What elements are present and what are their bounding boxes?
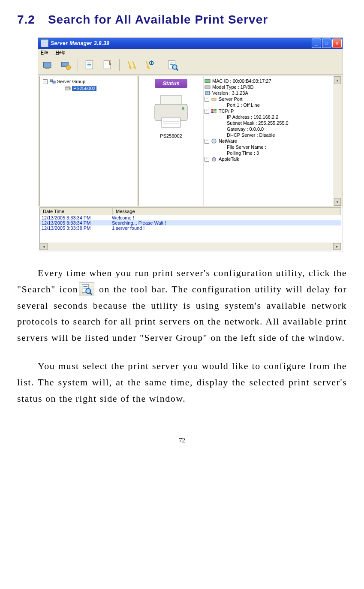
- toolbar-btn-2[interactable]: [59, 58, 73, 72]
- svg-rect-21: [205, 86, 210, 88]
- log-row[interactable]: 12/13/2005 3:33:34 PM Searching... Pleas…: [40, 220, 341, 225]
- svg-rect-28: [214, 111, 217, 113]
- svg-line-32: [90, 292, 92, 294]
- log-pane: Date Time Message 12/13/2005 3:33:34 PM …: [39, 207, 341, 250]
- svg-point-15: [69, 88, 70, 89]
- log-row[interactable]: 12/13/2005 3:33:38 PM 1 server found !: [40, 225, 341, 231]
- toolbar-separator: [119, 59, 120, 71]
- info-mac: MAC ID : 00:00:B4:03:17:27: [212, 78, 271, 84]
- tree-group-label[interactable]: Server Group: [57, 79, 85, 84]
- toolbar-separator: [78, 59, 78, 71]
- scroll-down-icon[interactable]: ▼: [334, 198, 341, 206]
- svg-rect-14: [66, 86, 69, 87]
- scroll-up-icon[interactable]: ▲: [334, 76, 341, 84]
- server-tree: − Server Group PS256002: [39, 76, 137, 206]
- toolbar-btn-1[interactable]: [41, 58, 55, 72]
- info-model: Model Type : 1P/8D: [212, 84, 253, 90]
- status-device-name: PS256002: [139, 133, 203, 138]
- status-pane: Status PS256002 MAC ID : 00:00:B4:03:17:…: [138, 76, 341, 206]
- log-col-datetime[interactable]: Date Time: [40, 208, 113, 215]
- toolbar: [38, 56, 343, 75]
- status-tab: Status: [155, 79, 187, 88]
- collapse-icon[interactable]: −: [205, 109, 209, 114]
- menubar: File Help: [38, 49, 343, 56]
- menu-file[interactable]: File: [41, 50, 48, 55]
- toolbar-separator: [161, 59, 161, 71]
- port-icon: [211, 96, 217, 102]
- info-dhcp: DHCP Server : Disable: [227, 132, 275, 138]
- svg-rect-16: [160, 96, 182, 104]
- svg-text:1.0: 1.0: [206, 92, 211, 95]
- svg-rect-11: [50, 80, 53, 82]
- tree-collapse-icon[interactable]: −: [43, 79, 48, 84]
- section-number: 7.2: [17, 13, 35, 27]
- svg-point-29: [212, 139, 216, 143]
- close-button[interactable]: ×: [332, 39, 342, 48]
- printer-icon: [150, 92, 193, 131]
- maximize-button[interactable]: □: [322, 39, 331, 48]
- collapse-icon[interactable]: −: [205, 139, 209, 144]
- toolbar-btn-4[interactable]: [100, 58, 115, 72]
- status-info-tree: MAC ID : 00:00:B4:03:17:27 Model Type : …: [203, 76, 334, 206]
- section-heading: 7.2Search for All Available Print Server: [17, 13, 347, 27]
- titlebar: Server Manager 3.8.39 _ □ ×: [38, 38, 343, 49]
- vertical-scrollbar[interactable]: ▲ ▼: [334, 76, 341, 206]
- svg-rect-18: [162, 118, 180, 127]
- info-polling: Polling Time : 3: [227, 150, 259, 156]
- svg-line-10: [176, 69, 178, 70]
- svg-rect-1: [45, 67, 50, 69]
- svg-rect-4: [86, 61, 93, 69]
- svg-rect-24: [212, 98, 216, 100]
- info-fileserver: File Server Name :: [227, 144, 266, 150]
- mac-icon: [205, 78, 211, 84]
- version-icon: 1.0: [205, 90, 211, 96]
- info-appletalk: AppleTalk: [219, 156, 239, 162]
- info-server-port: Server Port: [219, 96, 243, 102]
- print-server-icon: [65, 85, 71, 91]
- svg-point-19: [182, 107, 184, 110]
- info-ip: IP Address : 192.168.2.2: [227, 114, 278, 120]
- log-col-message[interactable]: Message: [113, 208, 341, 215]
- window-title: Server Manager 3.8.39: [51, 40, 312, 46]
- horizontal-scrollbar[interactable]: ◄ ►: [40, 243, 341, 250]
- info-gateway: Gateway : 0.0.0.0: [227, 126, 264, 132]
- info-netware: NetWare: [219, 138, 237, 144]
- collapse-icon[interactable]: −: [205, 157, 209, 162]
- app-icon: [41, 39, 48, 47]
- toolbar-btn-3[interactable]: [82, 58, 97, 72]
- info-port1: Port 1 : Off Line: [227, 102, 260, 108]
- svg-rect-0: [44, 62, 51, 67]
- scroll-right-icon[interactable]: ►: [333, 243, 341, 250]
- tcpip-icon: [211, 108, 217, 114]
- model-icon: [205, 84, 211, 90]
- info-version: Version : 3.1.23A: [212, 90, 248, 96]
- scroll-left-icon[interactable]: ◄: [40, 243, 48, 250]
- tree-selected-server[interactable]: PS256002: [72, 86, 96, 91]
- server-manager-window: Server Manager 3.8.39 _ □ × File Help: [38, 37, 343, 252]
- svg-rect-12: [53, 81, 55, 83]
- body-paragraph-1: Every time when you run print server's c…: [17, 265, 347, 346]
- collapse-icon[interactable]: −: [205, 97, 209, 102]
- body-paragraph-2: You must select the print server you wou…: [17, 358, 347, 406]
- server-group-icon: [50, 78, 56, 84]
- netware-icon: [211, 138, 217, 144]
- minimize-button[interactable]: _: [312, 39, 321, 48]
- info-tcpip: TCP/IP: [219, 108, 234, 114]
- svg-rect-27: [211, 111, 214, 113]
- info-subnet: Subnet Mask : 255.255.255.0: [227, 120, 289, 126]
- search-icon[interactable]: [165, 58, 180, 72]
- page-number: 72: [17, 437, 347, 444]
- section-title: Search for All Available Print Server: [48, 13, 268, 26]
- svg-rect-26: [214, 109, 217, 111]
- log-row[interactable]: 12/13/2005 3:33:34 PM Welcome !: [40, 215, 341, 220]
- toolbar-btn-6[interactable]: [142, 58, 156, 72]
- menu-help[interactable]: Help: [56, 50, 66, 55]
- svg-point-3: [66, 65, 71, 70]
- svg-rect-20: [205, 79, 210, 83]
- toolbar-btn-5[interactable]: [124, 58, 138, 72]
- svg-rect-25: [211, 109, 214, 111]
- search-icon: [79, 282, 94, 296]
- appletalk-icon: [211, 156, 217, 162]
